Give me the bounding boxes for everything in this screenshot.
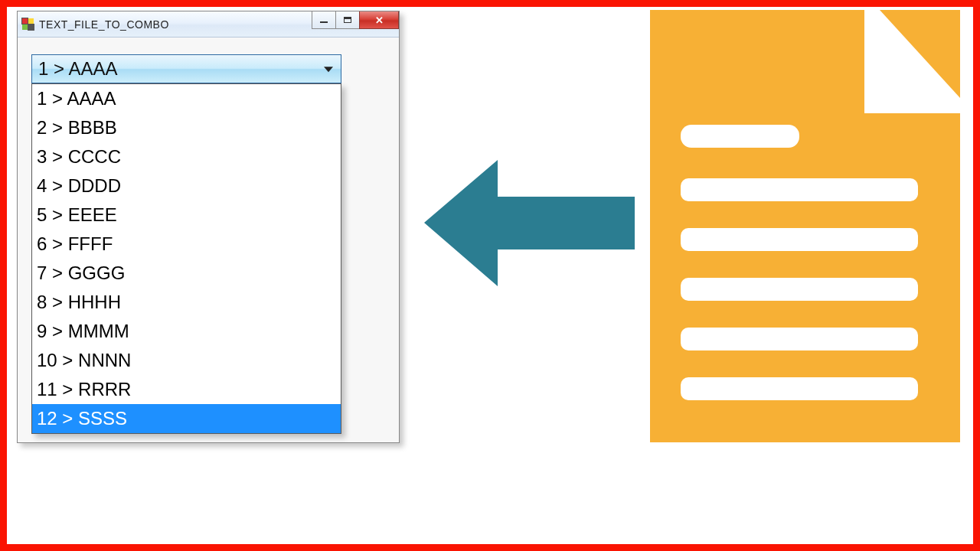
combobox-item[interactable]: 6 > FFFF bbox=[32, 230, 341, 259]
svg-rect-6 bbox=[681, 328, 918, 350]
combobox-item[interactable]: 8 > HHHH bbox=[32, 288, 341, 317]
combobox-item[interactable]: 3 > CCCC bbox=[32, 142, 341, 171]
svg-rect-3 bbox=[681, 178, 918, 201]
minimize-button[interactable] bbox=[312, 11, 336, 29]
maximize-button[interactable] bbox=[335, 11, 360, 29]
window-title: TEXT_FILE_TO_COMBO bbox=[39, 18, 169, 31]
combobox-item[interactable]: 2 > BBBB bbox=[32, 113, 341, 142]
svg-marker-1 bbox=[880, 10, 960, 98]
combobox-item[interactable]: 7 > GGGG bbox=[32, 259, 341, 288]
combobox-item[interactable]: 10 > NNNN bbox=[32, 346, 341, 375]
combobox-item[interactable]: 9 > MMMM bbox=[32, 317, 341, 346]
close-icon: ✕ bbox=[375, 15, 384, 25]
maximize-icon bbox=[344, 17, 351, 23]
chevron-down-icon bbox=[324, 67, 333, 72]
svg-marker-0 bbox=[424, 160, 635, 286]
combobox[interactable]: 1 > AAAA bbox=[31, 54, 341, 83]
svg-rect-2 bbox=[681, 125, 799, 148]
document-icon bbox=[635, 10, 960, 442]
combobox-dropdown[interactable]: 1 > AAAA2 > BBBB3 > CCCC4 > DDDD5 > EEEE… bbox=[31, 83, 341, 434]
window-buttons: ✕ bbox=[312, 11, 399, 29]
close-button[interactable]: ✕ bbox=[359, 11, 399, 29]
svg-rect-4 bbox=[681, 228, 918, 251]
svg-rect-7 bbox=[681, 377, 918, 400]
arrow-left-icon bbox=[424, 160, 635, 286]
combobox-selected-text: 1 > AAAA bbox=[38, 58, 117, 80]
combobox-item[interactable]: 1 > AAAA bbox=[32, 84, 341, 113]
combobox-item[interactable]: 12 > SSSS bbox=[32, 404, 341, 433]
combobox-item[interactable]: 5 > EEEE bbox=[32, 201, 341, 230]
titlebar: TEXT_FILE_TO_COMBO ✕ bbox=[18, 11, 399, 37]
minimize-icon bbox=[320, 21, 328, 23]
combobox-item[interactable]: 11 > RRRR bbox=[32, 375, 341, 404]
combobox-item[interactable]: 4 > DDDD bbox=[32, 171, 341, 201]
app-icon bbox=[22, 18, 34, 31]
svg-rect-5 bbox=[681, 278, 918, 301]
